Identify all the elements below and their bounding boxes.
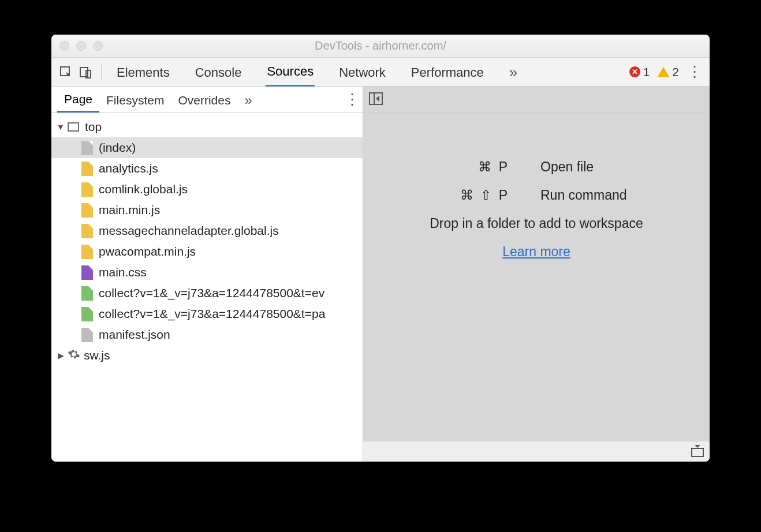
file-name: main.css [99, 265, 147, 279]
titlebar: DevTools - airhorner.com/ [51, 35, 710, 58]
file-icon [81, 286, 93, 301]
file-name: collect?v=1&_v=j73&a=1244478500&t=ev [99, 286, 324, 300]
main-tabstrip: Elements Console Sources Network Perform… [51, 58, 710, 87]
file-icon [81, 265, 93, 280]
file-icon [81, 224, 93, 238]
subtab-overrides[interactable]: Overrides [171, 88, 237, 112]
tree-file[interactable]: messagechanneladapter.global.js [51, 220, 363, 241]
minimize-window-button[interactable] [76, 41, 86, 51]
sw-label: sw.js [84, 349, 110, 362]
shortcut-hints: ⌘ P Open file ⌘ ⇧ P Run command Drop in … [363, 159, 710, 260]
shortcut-label: Open file [540, 159, 650, 175]
navigator-panel: Page Filesystem Overrides » ⋮ ▼ top (ind… [51, 87, 363, 462]
warning-icon [658, 67, 669, 77]
editor-header [363, 87, 710, 113]
editor-footer [363, 441, 710, 462]
traffic-lights [51, 41, 103, 51]
file-name: collect?v=1&_v=j73&a=1244478500&t=pa [99, 307, 325, 321]
file-name: manifest.json [99, 328, 170, 342]
tree-file[interactable]: comlink.global.js [51, 179, 363, 200]
learn-more-link[interactable]: Learn more [502, 244, 570, 260]
error-icon: ✕ [629, 66, 640, 77]
workspace-hint: Drop in a folder to add to workspace [430, 216, 643, 231]
shortcut-keys: ⌘ P [423, 159, 509, 175]
shortcut-row: ⌘ P Open file [423, 159, 650, 175]
file-icon [81, 182, 93, 197]
tree-file[interactable]: collect?v=1&_v=j73&a=1244478500&t=pa [51, 304, 363, 324]
tab-overflow-icon[interactable]: » [508, 57, 518, 87]
file-name: messagechanneladapter.global.js [99, 224, 279, 238]
tab-sources[interactable]: Sources [266, 57, 315, 87]
tab-network[interactable]: Network [338, 58, 387, 86]
file-icon [81, 307, 93, 321]
svg-rect-5 [692, 448, 703, 456]
tree-root[interactable]: ▼ top [51, 117, 363, 137]
file-tree: ▼ top (index) analytics.js comlink.globa… [51, 113, 363, 462]
file-icon [81, 245, 93, 259]
file-name: comlink.global.js [99, 182, 188, 196]
shortcut-keys: ⌘ ⇧ P [423, 188, 509, 203]
status-area: ✕ 1 2 ⋮ [629, 63, 702, 81]
devtools-window: DevTools - airhorner.com/ Elements Conso… [51, 35, 710, 462]
collapse-navigator-icon[interactable] [369, 92, 383, 107]
file-name: main.min.js [99, 203, 160, 217]
close-window-button[interactable] [59, 41, 69, 51]
device-toolbar-icon[interactable] [76, 62, 95, 82]
divider [101, 65, 102, 80]
file-name: (index) [99, 141, 136, 155]
tree-file[interactable]: main.css [51, 262, 363, 283]
warning-count-value: 2 [672, 65, 679, 79]
zoom-window-button[interactable] [93, 41, 103, 51]
frame-icon [68, 122, 79, 132]
expand-icon: ▶ [56, 351, 65, 360]
warning-count[interactable]: 2 [658, 65, 679, 79]
tab-console[interactable]: Console [194, 58, 243, 86]
settings-menu-icon[interactable]: ⋮ [687, 63, 702, 81]
tree-file[interactable]: collect?v=1&_v=j73&a=1244478500&t=ev [51, 283, 363, 304]
subtab-overflow-icon[interactable]: » [237, 87, 259, 113]
main-tabs: Elements Console Sources Network Perform… [115, 57, 629, 87]
navigator-menu-icon[interactable]: ⋮ [345, 91, 359, 108]
serviceworker-icon [68, 348, 80, 364]
tab-performance[interactable]: Performance [410, 58, 485, 86]
expand-icon: ▼ [56, 122, 65, 132]
navigator-subtabs: Page Filesystem Overrides » ⋮ [51, 87, 363, 113]
tree-root-label: top [85, 120, 102, 134]
file-icon [81, 203, 93, 218]
error-count[interactable]: ✕ 1 [629, 65, 650, 79]
tree-file[interactable]: (index) [51, 137, 363, 158]
file-icon [81, 141, 93, 155]
subtab-page[interactable]: Page [57, 87, 99, 113]
editor-panel: ⌘ P Open file ⌘ ⇧ P Run command Drop in … [363, 87, 710, 462]
shortcut-label: Run command [540, 188, 650, 203]
tree-file[interactable]: manifest.json [51, 324, 363, 345]
tree-file[interactable]: pwacompat.min.js [51, 241, 363, 262]
show-drawer-icon[interactable] [691, 444, 704, 459]
error-count-value: 1 [643, 65, 650, 79]
panel-body: Page Filesystem Overrides » ⋮ ▼ top (ind… [51, 87, 710, 462]
tree-file[interactable]: main.min.js [51, 200, 363, 220]
file-name: pwacompat.min.js [99, 245, 196, 258]
file-icon [81, 328, 93, 342]
file-icon [81, 162, 93, 176]
tab-elements[interactable]: Elements [115, 58, 171, 86]
tree-serviceworker[interactable]: ▶ sw.js [51, 345, 363, 366]
svg-rect-1 [80, 68, 88, 77]
shortcut-row: ⌘ ⇧ P Run command [423, 188, 650, 203]
subtab-filesystem[interactable]: Filesystem [99, 88, 171, 112]
tree-file[interactable]: analytics.js [51, 158, 363, 179]
editor-body: ⌘ P Open file ⌘ ⇧ P Run command Drop in … [363, 113, 710, 441]
inspect-icon[interactable] [56, 62, 76, 82]
file-name: analytics.js [99, 162, 158, 175]
window-title: DevTools - airhorner.com/ [51, 39, 710, 53]
